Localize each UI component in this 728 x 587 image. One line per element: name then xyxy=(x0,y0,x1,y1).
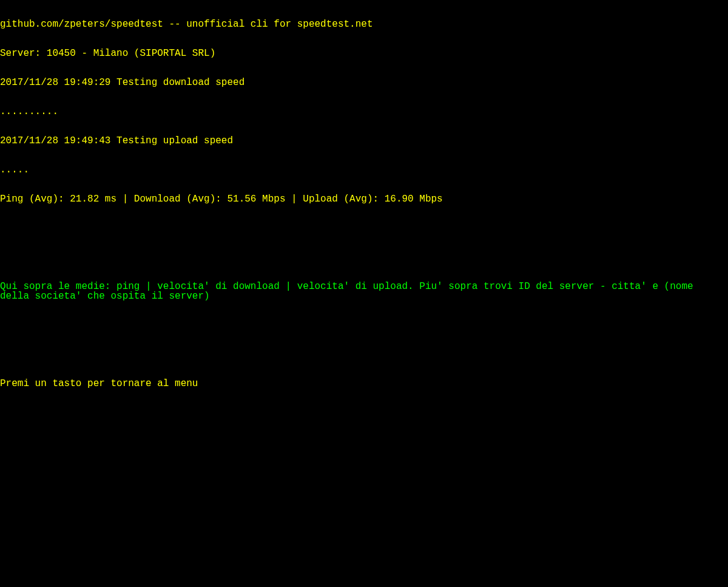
cli-header-line: github.com/zpeters/speedtest -- unoffici… xyxy=(0,19,728,29)
blank-spacer xyxy=(0,350,728,359)
blank-spacer xyxy=(0,321,728,330)
upload-test-line: 2017/11/28 19:49:43 Testing upload speed xyxy=(0,136,728,146)
press-key-prompt[interactable]: Premi un tasto per tornare al menu xyxy=(0,379,728,389)
blank-spacer xyxy=(0,223,728,233)
upload-progress-dots: ..... xyxy=(0,165,728,175)
server-info-line: Server: 10450 - Milano (SIPORTAL SRL) xyxy=(0,49,728,58)
results-summary-line: Ping (Avg): 21.82 ms | Download (Avg): 5… xyxy=(0,194,728,204)
explanation-text: Qui sopra le medie: ping | velocita' di … xyxy=(0,282,728,301)
terminal-window: github.com/zpeters/speedtest -- unoffici… xyxy=(0,0,728,398)
blank-spacer xyxy=(0,253,728,262)
download-test-line: 2017/11/28 19:49:29 Testing download spe… xyxy=(0,78,728,87)
download-progress-dots: .......... xyxy=(0,107,728,117)
